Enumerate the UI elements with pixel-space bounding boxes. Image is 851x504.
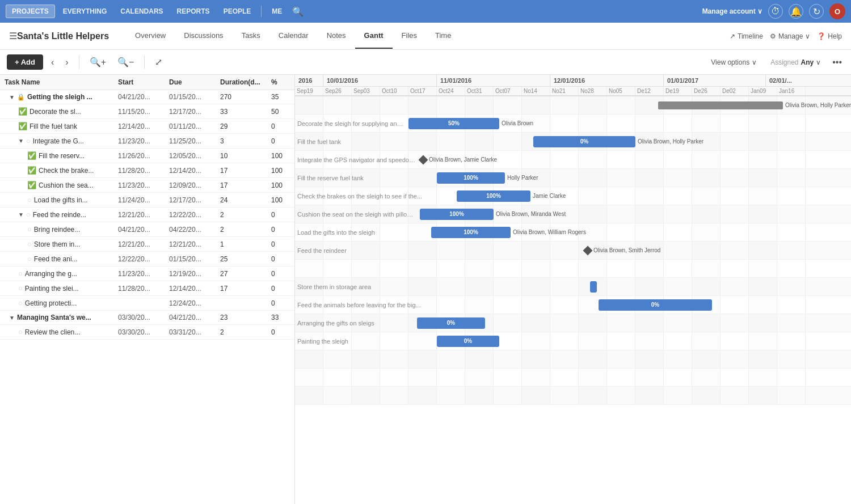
gantt-panel[interactable]: 2016 10/01/2016 11/01/2016 12/01/2016 01… <box>295 75 851 504</box>
task-row[interactable]: ▼ Managing Santa's we... 03/30/20... 04/… <box>0 311 294 325</box>
check-empty-icon: ○ <box>18 269 23 278</box>
task-start: 11/28/20... <box>118 285 169 293</box>
toolbar-right: View options ∨ Assigned Any ∨ ••• <box>706 55 844 70</box>
task-row[interactable]: ✅ Check the brake... 11/28/20... 12/14/2… <box>0 163 294 178</box>
view-options-button[interactable]: View options ∨ <box>706 56 761 69</box>
task-duration: 10 <box>220 152 271 160</box>
task-duration: 27 <box>220 270 271 278</box>
prev-button[interactable]: ‹ <box>48 55 57 70</box>
add-button[interactable]: + Add <box>7 54 43 70</box>
tab-files[interactable]: Files <box>393 23 426 49</box>
task-start: 04/21/20... <box>118 226 169 234</box>
task-due: 12/14/20... <box>169 285 220 293</box>
gantt-bar: 100% <box>457 190 530 202</box>
task-row[interactable]: ○ Store them in... 12/21/20... 12/21/20.… <box>0 237 294 252</box>
tab-gantt[interactable]: Gantt <box>355 23 393 49</box>
bell-icon[interactable]: 🔔 <box>789 4 803 19</box>
task-row[interactable]: ○ Load the gifts in... 11/24/20... 12/17… <box>0 193 294 207</box>
hamburger-menu[interactable]: ☰ <box>9 31 17 41</box>
gantt-bar: 0% <box>599 299 712 311</box>
more-options-button[interactable]: ••• <box>830 55 844 70</box>
tab-overview[interactable]: Overview <box>126 23 175 49</box>
gantt-task-label: Cushion the seat on the sleigh with pill… <box>297 211 416 218</box>
nav-item-reports[interactable]: REPORTS <box>171 5 216 18</box>
gantt-date-jan: 01/01/2017 <box>664 75 766 86</box>
chevron-icon[interactable]: ▼ <box>18 211 24 218</box>
expand-button[interactable]: ⤢ <box>151 54 166 70</box>
task-row[interactable]: ○ Getting protecti... 12/24/20... 0 <box>0 296 294 311</box>
task-row[interactable]: ○ Feed the ani... 12/22/20... 01/15/20..… <box>0 252 294 266</box>
task-row[interactable]: ✅ Decorate the sl... 11/15/20... 12/17/2… <box>0 104 294 119</box>
zoom-out-button[interactable]: 🔍− <box>114 54 137 70</box>
task-start: 12/22/20... <box>118 255 169 263</box>
gantt-body: Olivia Brown, Holly Parker,Decorate the … <box>295 96 851 405</box>
col-duration: Duration(d... <box>220 78 271 86</box>
task-duration: 2 <box>220 328 271 336</box>
gantt-milestone <box>583 245 593 255</box>
gantt-task-label: Decorate the sleigh for supplying and di… <box>297 120 405 127</box>
task-duration: 3 <box>220 137 271 145</box>
task-due: 12/24/20... <box>169 299 220 307</box>
task-duration: 24 <box>220 196 271 204</box>
tab-tasks[interactable]: Tasks <box>233 23 269 49</box>
gantt-bar: 100% <box>420 209 494 220</box>
tab-notes[interactable]: Notes <box>318 23 355 49</box>
gantt-task-label: Fill the fuel tank <box>297 138 341 145</box>
nav-item-calendars[interactable]: CALENDARS <box>115 5 168 18</box>
timer-icon[interactable]: ⏱ <box>768 4 783 19</box>
nav-item-everything[interactable]: EVERYTHING <box>57 5 113 18</box>
help-button[interactable]: ❓ Help <box>817 32 842 40</box>
nav-item-projects[interactable]: PROJECTS <box>6 5 55 18</box>
chevron-icon[interactable]: ▼ <box>9 315 15 321</box>
task-row[interactable]: ○ Review the clien... 03/30/20... 03/31/… <box>0 325 294 340</box>
task-duration: 33 <box>220 108 271 116</box>
gantt-date-nov: 11/01/2016 <box>437 75 550 86</box>
task-row[interactable]: ▼ 🔒 Getting the sleigh ... 04/21/20... 0… <box>0 90 294 104</box>
task-start: 12/21/20... <box>118 211 169 219</box>
gantt-assignee: Holly Parker <box>507 175 538 181</box>
search-icon[interactable]: 🔍 <box>292 6 304 17</box>
refresh-icon[interactable]: ↻ <box>809 4 824 19</box>
gantt-assignee: Olivia Brown, Smith Jerrod <box>593 247 660 253</box>
gantt-task-label: Fill the reserve fuel tank <box>297 175 364 181</box>
tab-calendar[interactable]: Calendar <box>269 23 318 49</box>
chevron-icon[interactable]: ▼ <box>18 138 24 144</box>
task-duration: 2 <box>220 211 271 219</box>
task-name-text: Getting the sleigh ... <box>27 93 92 101</box>
task-row[interactable]: ▼ ○ Feed the reinde... 12/21/20... 12/22… <box>0 207 294 222</box>
gantt-assignee: Olivia Brown, William Rogers <box>513 229 586 235</box>
task-start: 03/30/20... <box>118 328 169 336</box>
task-name-text: Managing Santa's we... <box>17 314 91 321</box>
tab-discussions[interactable]: Discussions <box>175 23 232 49</box>
task-row[interactable]: ○ Bring reindee... 04/21/20... 04/22/20.… <box>0 222 294 237</box>
zoom-in-button[interactable]: 🔍+ <box>86 54 109 70</box>
task-row[interactable]: ✅ Fill the fuel tank 12/14/20... 01/11/2… <box>0 119 294 134</box>
task-due: 04/21/20... <box>169 314 220 321</box>
task-pct: 0 <box>271 122 295 130</box>
task-row[interactable]: ✅ Cushion the sea... 11/23/20... 12/09/2… <box>0 178 294 193</box>
task-row[interactable]: ○ Arranging the g... 11/23/20... 12/19/2… <box>0 266 294 281</box>
task-row[interactable]: ✅ Fill the reserv... 11/26/20... 12/05/2… <box>0 149 294 163</box>
manage-account-button[interactable]: Manage account ∨ <box>702 7 762 15</box>
task-start: 11/28/20... <box>118 167 169 175</box>
nav-item-people[interactable]: PEOPLE <box>218 5 257 18</box>
task-pct: 0 <box>271 285 295 293</box>
nav-item-me[interactable]: ME <box>266 5 288 18</box>
gantt-task-label: Feed the reindeer <box>297 247 347 254</box>
task-row[interactable]: ▼ ○ Integrate the G... 11/23/20... 11/25… <box>0 134 294 149</box>
tab-time[interactable]: Time <box>426 23 460 49</box>
next-button[interactable]: › <box>62 55 71 70</box>
task-row[interactable]: ○ Painting the slei... 11/28/20... 12/14… <box>0 281 294 296</box>
manage-button[interactable]: ⚙ Manage ∨ <box>770 32 810 40</box>
timeline-button[interactable]: ↗ Timeline <box>730 32 763 40</box>
gantt-task-label: Arranging the gifts on sleigs <box>297 320 374 327</box>
task-name-text: Painting the slei... <box>25 285 79 293</box>
avatar[interactable]: O <box>829 3 845 19</box>
assigned-filter[interactable]: Assigned Any ∨ <box>766 56 825 69</box>
task-duration: 2 <box>220 226 271 234</box>
toolbar-separator-1 <box>79 56 79 69</box>
chevron-icon[interactable]: ▼ <box>9 94 15 100</box>
gantt-task-label: Store them in storage area <box>297 283 371 290</box>
task-name-text: Bring reindee... <box>34 226 80 234</box>
task-start: 11/23/20... <box>118 137 169 145</box>
